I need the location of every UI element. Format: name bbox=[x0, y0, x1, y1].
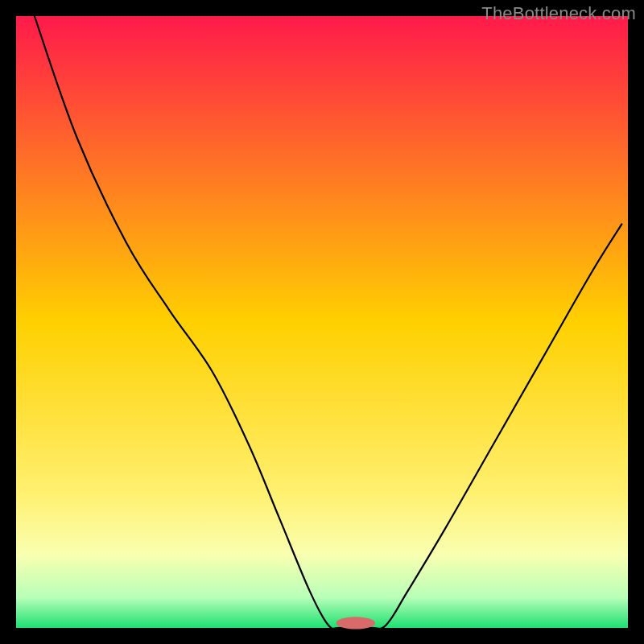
bottleneck-chart bbox=[0, 0, 644, 644]
optimal-marker bbox=[336, 617, 375, 629]
chart-container: { "watermark": "TheBottleneck.com", "cha… bbox=[0, 0, 644, 644]
plot-background bbox=[16, 16, 628, 628]
watermark-label: TheBottleneck.com bbox=[481, 3, 636, 24]
